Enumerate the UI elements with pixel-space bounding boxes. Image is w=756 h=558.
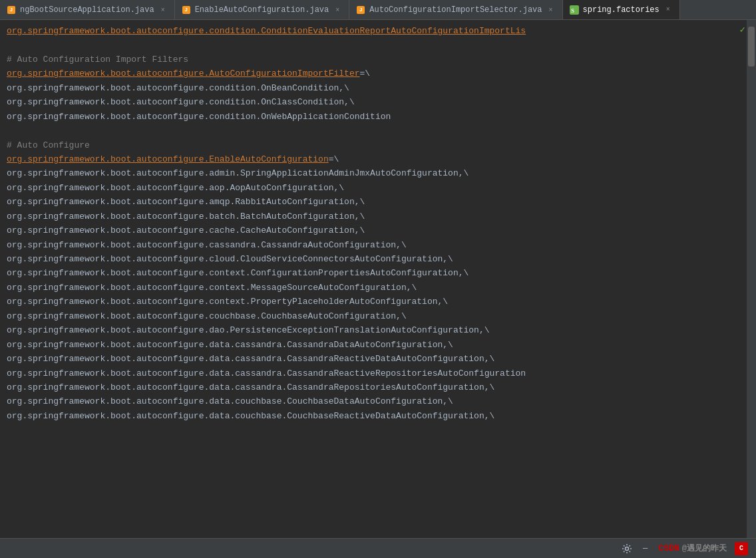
scrollbar-track[interactable] [747, 20, 756, 538]
csdn-watermark: CSDN @遇见的昨天 [659, 543, 727, 554]
gear-icon[interactable] [622, 543, 632, 554]
tab-close-2[interactable]: × [333, 5, 342, 15]
code-line: org.springframework.boot.autoconfigure.d… [7, 323, 756, 337]
svg-text:S: S [571, 7, 574, 14]
tab-close-1[interactable]: × [158, 5, 168, 15]
code-line-empty [7, 38, 756, 52]
code-line: org.springframework.boot.autoconfigure.c… [7, 110, 756, 124]
checkmark-icon: ✓ [740, 24, 745, 35]
bottom-right: — CSDN @遇见的昨天 C [622, 542, 748, 555]
code-line: org.springframework.boot.autoconfigure.d… [7, 380, 756, 394]
code-line: org.springframework.boot.autoconfigure.c… [7, 81, 756, 95]
code-line: org.springframework.boot.autoconfigure.c… [7, 295, 756, 309]
tab-springbootsource[interactable]: J ngBootSourceApplication.java × [0, 0, 175, 20]
java-icon-1: J [7, 5, 16, 15]
code-line: org.springframework.boot.autoconfigure.c… [7, 223, 756, 237]
code-line: org.springframework.boot.autoconfigure.d… [7, 352, 756, 366]
code-line: org.springframework.boot.autoconfigure.d… [7, 394, 756, 408]
bottom-bar: — CSDN @遇见的昨天 C [0, 538, 756, 558]
code-line-empty [7, 124, 756, 138]
minimize-icon[interactable]: — [640, 543, 651, 554]
code-line: org.springframework.boot.autoconfigure.d… [7, 409, 756, 423]
code-line: org.springframework.boot.autoconfigure.c… [7, 252, 756, 266]
svg-point-2 [625, 547, 628, 550]
tab-enableauto[interactable]: J EnableAutoConfiguration.java × [175, 0, 350, 20]
code-line: org.springframework.boot.autoconfigure.b… [7, 209, 756, 223]
code-line: org.springframework.boot.autoconfigure.a… [7, 195, 756, 209]
tab-bar: J ngBootSourceApplication.java × J Enabl… [0, 0, 756, 20]
tab-close-4[interactable]: × [663, 5, 673, 15]
csdn-icon: C [735, 542, 748, 555]
editor-area: ✓ org.springframework.boot.autoconfigure… [0, 20, 756, 538]
code-line: org.springframework.boot.autoconfigure.c… [7, 238, 756, 252]
scrollbar-thumb[interactable] [748, 27, 755, 67]
code-line: org.springframework.boot.autoconfigure.a… [7, 181, 756, 195]
code-line: org.springframework.boot.autoconfigure.a… [7, 166, 756, 180]
code-line: # Auto Configuration Import Filters [7, 53, 756, 67]
code-line: org.springframework.boot.autoconfigure.c… [7, 24, 756, 38]
tab-close-3[interactable]: × [546, 5, 556, 15]
code-line: org.springframework.boot.autoconfigure.d… [7, 366, 756, 380]
spring-icon: S [570, 5, 579, 15]
code-line: org.springframework.boot.autoconfigure.c… [7, 266, 756, 280]
code-line: org.springframework.boot.autoconfigure.c… [7, 95, 756, 109]
code-line: org.springframework.boot.autoconfigure.c… [7, 281, 756, 295]
tab-label-4: spring.factories [583, 5, 660, 15]
tab-autoconfigimport[interactable]: J AutoConfigurationImportSelector.java × [349, 0, 562, 20]
tab-label-3: AutoConfigurationImportSelector.java [369, 5, 542, 15]
code-line: # Auto Configure [7, 138, 756, 152]
tab-label-1: ngBootSourceApplication.java [20, 5, 154, 15]
tab-springfactories[interactable]: S spring.factories × [563, 0, 680, 20]
code-line: org.springframework.boot.autoconfigure.c… [7, 309, 756, 323]
tab-label-2: EnableAutoConfiguration.java [195, 5, 329, 15]
code-line: org.springframework.boot.autoconfigure.E… [7, 152, 756, 166]
code-line: org.springframework.boot.autoconfigure.d… [7, 338, 756, 352]
code-line: org.springframework.boot.autoconfigure.A… [7, 67, 756, 80]
code-editor[interactable]: org.springframework.boot.autoconfigure.c… [0, 20, 756, 538]
java-icon-2: J [182, 5, 191, 15]
java-icon-3: J [356, 5, 365, 15]
